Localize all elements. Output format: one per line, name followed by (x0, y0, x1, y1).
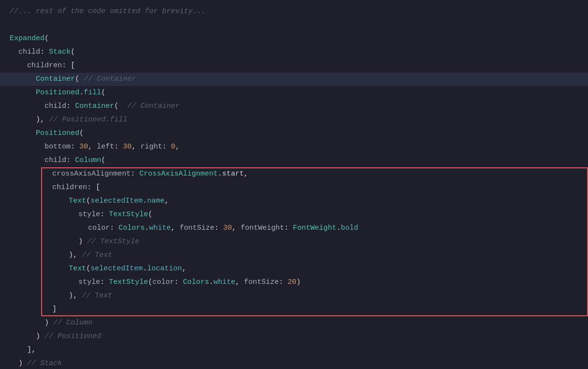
boxed-line-1: crossAxisAlignment: CrossAxisAlignment.s… (0, 167, 588, 181)
boxed-line-9: style: TextStyle(color: Colors.white, fo… (0, 276, 588, 289)
code-line-4: child: Stack( (0, 45, 588, 59)
boxed-region: crossAxisAlignment: CrossAxisAlignment.s… (0, 167, 588, 316)
code-line-10: Positioned( (0, 127, 588, 140)
comment-text: //... rest of the code omitted for brevi… (10, 5, 206, 18)
code-line-27: ) // Stack (0, 357, 588, 369)
code-line-25: ) // Positioned (0, 330, 588, 343)
boxed-line-2: children: [ (0, 181, 588, 194)
boxed-line-7: ), // Text (0, 249, 588, 262)
boxed-line-10: ), // Text (0, 289, 588, 303)
code-line-7: Positioned.fill( (0, 86, 588, 100)
code-line-8: child: Container( // Container (0, 100, 588, 113)
code-line-2 (0, 18, 588, 32)
code-line-3: Expanded( (0, 32, 588, 45)
code-line-12: child: Column( (0, 154, 588, 167)
code-line-6: Container( // Container (0, 73, 588, 86)
code-editor: //... rest of the code omitted for brevi… (0, 0, 588, 369)
boxed-line-6: ) // TextStyle (0, 235, 588, 249)
boxed-line-5: color: Colors.white, fontSize: 30, fontW… (0, 221, 588, 235)
code-line-5: children: [ (0, 59, 588, 73)
code-line-1: //... rest of the code omitted for brevi… (0, 5, 588, 18)
code-line-26: ], (0, 343, 588, 357)
code-line-11: bottom: 30, left: 30, right: 0, (0, 140, 588, 154)
code-line-9: ), // Positioned.fill (0, 113, 588, 127)
expanded-keyword: Expanded (10, 32, 45, 45)
boxed-line-8: Text(selectedItem.location, (0, 262, 588, 276)
boxed-line-4: style: TextStyle( (0, 208, 588, 221)
boxed-line-3: Text(selectedItem.name, (0, 194, 588, 208)
code-line-24: ) // Column (0, 316, 588, 330)
boxed-line-11: ] (0, 303, 588, 316)
